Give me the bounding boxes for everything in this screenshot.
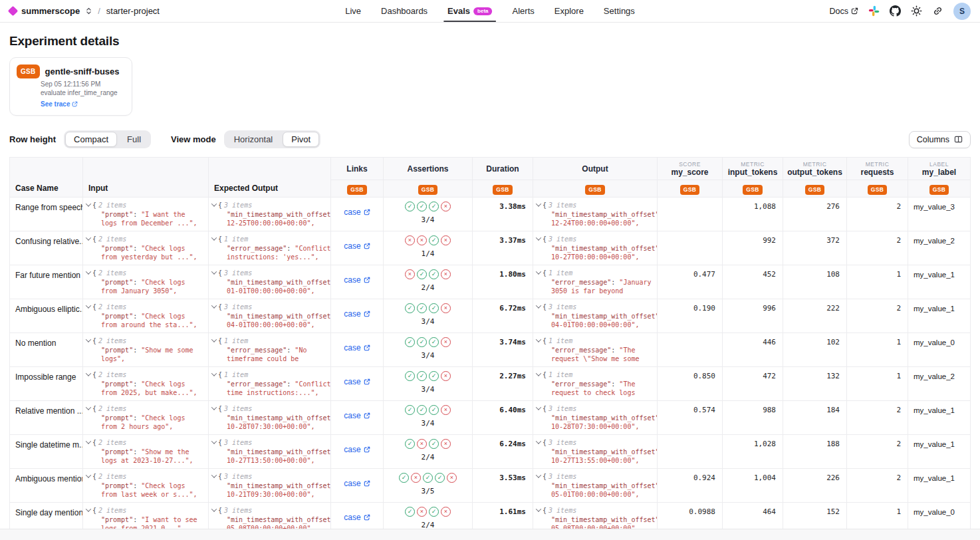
expand-chevron-icon[interactable] bbox=[536, 303, 541, 308]
duration-cell: 2.27ms bbox=[473, 367, 533, 401]
item-count: 2 items bbox=[98, 235, 126, 243]
expand-chevron-icon[interactable] bbox=[86, 404, 91, 410]
slack-icon[interactable] bbox=[868, 5, 880, 17]
theme-icon[interactable] bbox=[911, 5, 922, 17]
results-body: Range from speech {2 items"prompt": "I w… bbox=[10, 198, 971, 537]
external-link-icon bbox=[364, 209, 370, 215]
beta-badge: beta bbox=[473, 7, 492, 15]
expand-chevron-icon[interactable] bbox=[211, 337, 217, 342]
item-count: 3 items bbox=[224, 303, 252, 311]
expand-chevron-icon[interactable] bbox=[211, 201, 217, 206]
expand-chevron-icon[interactable] bbox=[86, 370, 91, 376]
expand-chevron-icon[interactable] bbox=[86, 303, 91, 308]
case-name-cell: No mention bbox=[10, 333, 83, 367]
expand-chevron-icon[interactable] bbox=[211, 506, 217, 511]
links-cell: case bbox=[331, 198, 384, 231]
case-link[interactable]: case bbox=[344, 343, 370, 352]
view-mode-pivot-button[interactable]: Pivot bbox=[283, 132, 319, 147]
expand-chevron-icon[interactable] bbox=[536, 269, 541, 274]
expand-chevron-icon[interactable] bbox=[211, 472, 217, 477]
tab-alerts[interactable]: Alerts bbox=[513, 0, 535, 22]
assertion-pass-icon: ✓ bbox=[405, 439, 415, 449]
expand-chevron-icon[interactable] bbox=[211, 404, 217, 410]
json-preview-line: "min_timestamp_with_offset": bbox=[551, 515, 657, 524]
expand-chevron-icon[interactable] bbox=[86, 472, 91, 477]
expand-chevron-icon[interactable] bbox=[536, 201, 541, 206]
case-link[interactable]: case bbox=[344, 309, 370, 319]
assertion-pass-icon: ✓ bbox=[405, 507, 415, 517]
expand-chevron-icon[interactable] bbox=[211, 303, 217, 308]
item-count: 2 items bbox=[98, 337, 126, 344]
project-name[interactable]: starter-project bbox=[106, 6, 160, 16]
table-row: Confusing relative... {2 items"prompt": … bbox=[10, 231, 971, 265]
expand-chevron-icon[interactable] bbox=[536, 235, 541, 240]
expand-chevron-icon[interactable] bbox=[86, 235, 91, 240]
see-trace-link[interactable]: See trace bbox=[41, 100, 78, 108]
user-avatar[interactable]: S bbox=[953, 3, 971, 20]
requests-cell: 1 bbox=[847, 265, 908, 299]
expand-chevron-icon[interactable] bbox=[86, 201, 91, 206]
expand-chevron-icon[interactable] bbox=[536, 337, 541, 342]
item-count: 3 items bbox=[549, 473, 576, 480]
org-selector-icon[interactable] bbox=[86, 7, 92, 15]
assertion-score: 3/4 bbox=[384, 385, 472, 394]
case-link[interactable]: case bbox=[344, 275, 370, 285]
json-preview-line: "prompt": "Show me some bbox=[101, 346, 208, 354]
input-cell: {2 items"prompt": "Check logsfrom yester… bbox=[83, 231, 209, 265]
expand-chevron-icon[interactable] bbox=[86, 506, 91, 511]
assertion-fail-icon: × bbox=[417, 439, 427, 449]
input-tokens-cell: 1,088 bbox=[723, 198, 783, 231]
expand-chevron-icon[interactable] bbox=[211, 269, 217, 274]
top-nav: summerscope / starter-project Live Dashb… bbox=[0, 0, 980, 23]
expected-output-cell: {3 items"min_timestamp_with_offset":04-0… bbox=[209, 299, 331, 333]
row-height-full-button[interactable]: Full bbox=[118, 132, 150, 147]
tab-dashboards[interactable]: Dashboards bbox=[381, 0, 428, 22]
case-link[interactable]: case bbox=[344, 445, 370, 454]
expand-chevron-icon[interactable] bbox=[211, 235, 217, 240]
row-height-compact-button[interactable]: Compact bbox=[65, 132, 117, 147]
docs-link[interactable]: Docs bbox=[830, 7, 858, 16]
item-count: 3 items bbox=[549, 439, 576, 446]
expand-chevron-icon[interactable] bbox=[86, 269, 91, 274]
expand-chevron-icon[interactable] bbox=[536, 506, 541, 511]
expand-chevron-icon[interactable] bbox=[536, 438, 541, 444]
json-preview-line: logs", bbox=[101, 354, 208, 363]
item-count: 3 items bbox=[224, 269, 252, 277]
external-link-icon bbox=[851, 7, 858, 15]
expand-chevron-icon[interactable] bbox=[536, 404, 541, 410]
case-link[interactable]: case bbox=[344, 513, 370, 522]
assertion-fail-icon: × bbox=[441, 337, 451, 347]
tab-live[interactable]: Live bbox=[345, 0, 361, 22]
expand-chevron-icon[interactable] bbox=[211, 438, 217, 444]
columns-button[interactable]: Columns bbox=[909, 131, 971, 148]
item-count: 3 items bbox=[549, 303, 576, 311]
tab-settings[interactable]: Settings bbox=[604, 0, 635, 22]
expand-chevron-icon[interactable] bbox=[536, 472, 541, 477]
external-link-icon bbox=[364, 480, 370, 487]
expand-chevron-icon[interactable] bbox=[86, 337, 91, 342]
case-link[interactable]: case bbox=[344, 377, 370, 386]
github-icon[interactable] bbox=[890, 5, 901, 17]
output-tokens-cell: 132 bbox=[783, 367, 847, 401]
tab-evals[interactable]: Evals beta bbox=[447, 0, 492, 22]
output-cell: {3 items"min_timestamp_with_offset":04-0… bbox=[533, 299, 658, 333]
case-link[interactable]: case bbox=[344, 241, 370, 251]
case-link[interactable]: case bbox=[344, 479, 370, 488]
assertion-score: 2/4 bbox=[384, 453, 472, 462]
item-count: 3 items bbox=[549, 202, 576, 209]
tab-explore[interactable]: Explore bbox=[554, 0, 584, 22]
input-cell: {2 items"prompt": "Check logsfrom last w… bbox=[83, 469, 209, 503]
table-controls: Row height Compact Full View mode Horizo… bbox=[9, 130, 971, 148]
score-cell: 0.850 bbox=[658, 367, 723, 401]
json-preview-line: "min_timestamp_with_offset": bbox=[227, 312, 330, 321]
external-link-icon bbox=[364, 277, 370, 283]
expand-chevron-icon[interactable] bbox=[536, 370, 541, 376]
view-mode-horizontal-button[interactable]: Horizontal bbox=[225, 132, 282, 147]
copy-link-icon[interactable] bbox=[932, 5, 943, 17]
expand-chevron-icon[interactable] bbox=[86, 438, 91, 444]
org-name[interactable]: summerscope bbox=[21, 6, 80, 16]
assertion-score: 3/4 bbox=[384, 317, 472, 326]
expand-chevron-icon[interactable] bbox=[211, 370, 217, 376]
case-link[interactable]: case bbox=[344, 411, 370, 420]
case-link[interactable]: case bbox=[344, 207, 370, 217]
